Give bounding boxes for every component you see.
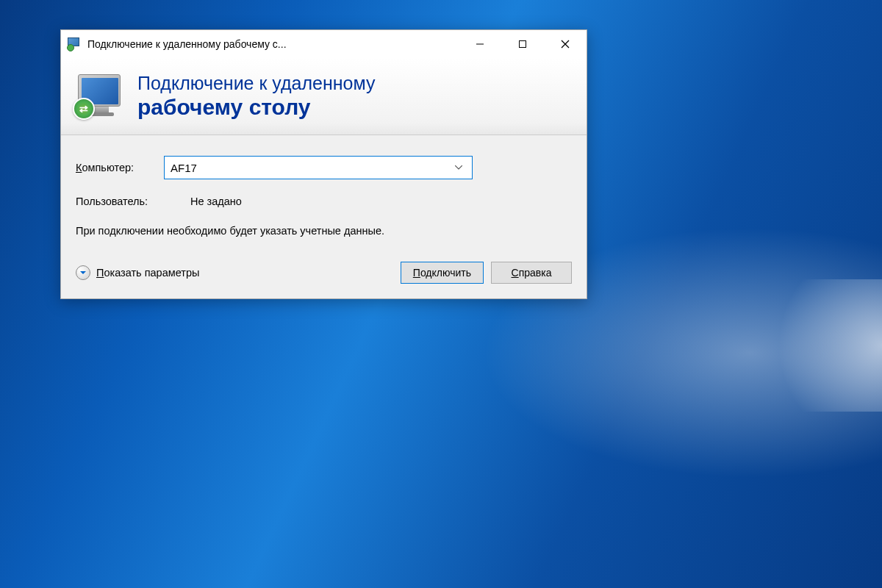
desktop-light-effect — [750, 279, 882, 412]
computer-row: Компьютер: — [76, 156, 572, 179]
rdp-dialog-window: Подключение к удаленному рабочему с... ⇄ — [60, 29, 587, 299]
rdp-icon: ⇄ — [74, 71, 124, 121]
minimize-icon — [476, 40, 484, 49]
header-panel: ⇄ Подключение к удаленному рабочему стол… — [61, 58, 587, 135]
computer-combobox[interactable] — [164, 156, 473, 179]
chevron-down-icon[interactable] — [451, 165, 466, 170]
user-label: Пользователь: — [76, 196, 164, 207]
user-value: Не задано — [190, 196, 242, 207]
maximize-button[interactable] — [501, 30, 544, 58]
header-title: Подключение к удаленному рабочему столу — [137, 72, 376, 121]
close-button[interactable] — [544, 30, 587, 58]
minimize-button[interactable] — [459, 30, 501, 58]
show-options-label: Показать параметры — [96, 267, 199, 279]
window-controls — [459, 30, 587, 58]
header-line-1: Подключение к удаленному — [137, 72, 376, 94]
credentials-info: При подключении необходимо будет указать… — [76, 223, 572, 240]
footer-row: Показать параметры Подключить Справка — [76, 262, 572, 284]
svg-rect-1 — [520, 41, 526, 48]
titlebar[interactable]: Подключение к удаленному рабочему с... — [61, 30, 587, 58]
help-button[interactable]: Справка — [491, 262, 572, 284]
show-options-link[interactable]: Показать параметры — [76, 265, 199, 280]
svg-rect-0 — [476, 44, 484, 45]
content-area: Компьютер: Пользователь: Не задано При п… — [61, 135, 587, 298]
computer-label: Компьютер: — [76, 162, 164, 173]
app-icon — [67, 37, 82, 51]
expand-down-icon — [76, 265, 90, 280]
window-title: Подключение к удаленному рабочему с... — [87, 38, 459, 50]
header-line-2: рабочему столу — [137, 94, 376, 121]
computer-input[interactable] — [171, 162, 451, 174]
connect-button[interactable]: Подключить — [401, 262, 484, 284]
close-icon — [561, 40, 570, 49]
maximize-icon — [518, 40, 527, 49]
user-row: Пользователь: Не задано — [76, 196, 572, 207]
button-group: Подключить Справка — [401, 262, 572, 284]
